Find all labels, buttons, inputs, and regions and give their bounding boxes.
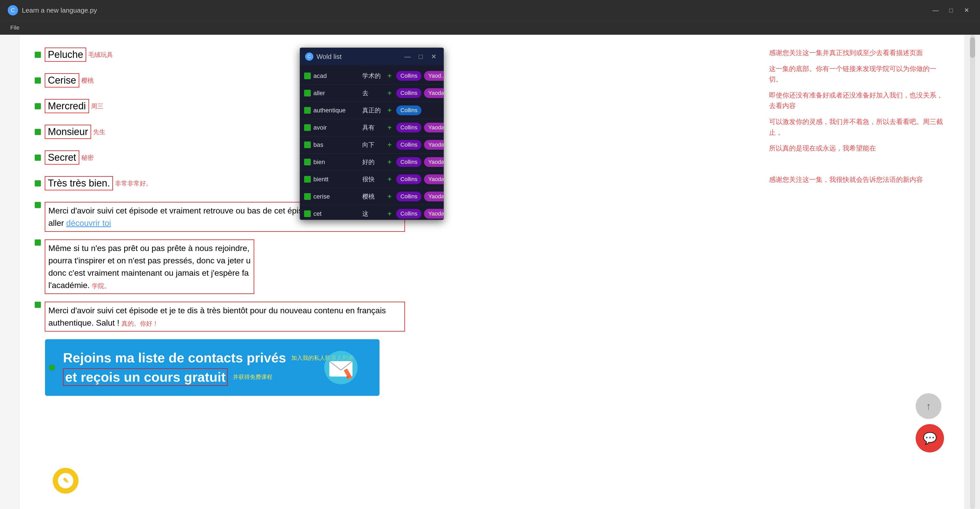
- chinese-monsieur: 先生: [93, 128, 105, 136]
- tag-yaodao-bientt[interactable]: Yaoda...: [424, 174, 444, 184]
- word-mercredi: Mercredi: [45, 99, 89, 113]
- chinese-salut: 真的。你好！: [121, 320, 159, 327]
- popup-close-button[interactable]: ✕: [429, 52, 438, 61]
- trans-4: 可以激发你的灵感，我们并不着急，所以去看看吧。周三截止，: [769, 116, 949, 138]
- word-aller: aller: [313, 89, 360, 97]
- plus-btn-bien[interactable]: +: [385, 157, 394, 167]
- chinese-acad: 学术的: [362, 72, 383, 80]
- file-menu[interactable]: File: [5, 22, 24, 34]
- tag-yaodao-bien[interactable]: Yaodao: [424, 157, 444, 167]
- chinese-cerise: 樱桃: [81, 76, 94, 84]
- plus-btn-cet[interactable]: +: [385, 209, 394, 218]
- tag-collins-authentique[interactable]: Collins: [396, 105, 422, 115]
- banner-subtitle-box: et reçois un cours gratuit: [63, 368, 228, 386]
- trans-2: 这一集的底部。你有一个链接来发现学院可以为你做的一切。: [769, 64, 949, 85]
- chinese-authentique: 真正的: [362, 106, 383, 115]
- green-dot: [35, 302, 41, 308]
- banner-green-dot: [49, 364, 55, 371]
- word-row-cet: cet 这 + Collins Yaodao: [300, 205, 444, 220]
- row-dot: [304, 124, 311, 131]
- plus-btn-acad[interactable]: +: [385, 71, 394, 81]
- row-dot: [304, 193, 311, 200]
- tag-collins-bas[interactable]: Collins: [396, 140, 422, 150]
- green-dot: [35, 202, 41, 208]
- word-acad: acad: [313, 72, 360, 80]
- word-avoir: avoir: [313, 124, 360, 131]
- word-row-bientt: bientt 很快 + Collins Yaoda...: [300, 171, 444, 188]
- green-dot: [35, 239, 41, 246]
- popup-app-icon: C: [305, 52, 313, 61]
- maximize-button[interactable]: □: [945, 5, 957, 16]
- close-button[interactable]: ✕: [961, 5, 972, 16]
- word-cerise: Cerise: [45, 73, 79, 87]
- tag-collins-acad[interactable]: Collins: [396, 71, 422, 81]
- paragraph-box-2: Même si tu n'es pas prêt ou pas prête à …: [45, 239, 254, 294]
- green-dot: [35, 103, 41, 109]
- green-dot: [35, 154, 41, 161]
- row-dot: [304, 210, 311, 217]
- tag-collins-bien[interactable]: Collins: [396, 157, 422, 167]
- scrollbar-thumb[interactable]: [970, 37, 975, 58]
- word-bien: Très très bien.: [45, 176, 113, 190]
- chat-button[interactable]: 💬: [916, 424, 944, 452]
- word-secret: Secret: [45, 151, 79, 165]
- tag-collins-cet[interactable]: Collins: [396, 209, 422, 219]
- popup-minimize-button[interactable]: —: [403, 52, 412, 61]
- row-dot: [304, 159, 311, 165]
- word-row-aller: aller 去 + Collins Yaodao: [300, 84, 444, 102]
- tag-collins-avoir[interactable]: Collins: [396, 122, 422, 132]
- right-sidebar-scrollbar: [964, 35, 980, 509]
- tag-collins-bientt[interactable]: Collins: [396, 174, 422, 184]
- link-decouvrir[interactable]: découvrir toi: [66, 218, 111, 227]
- chinese-bientt: 很快: [362, 175, 383, 183]
- tag-yaodao-cet[interactable]: Yaodao: [424, 209, 444, 219]
- chinese-bien: 好的: [362, 158, 383, 166]
- banner-text: Rejoins ma liste de contacts privés 加入我的…: [58, 349, 353, 386]
- plus-btn-bientt[interactable]: +: [385, 175, 394, 184]
- tag-yaodao-aller[interactable]: Yaodao: [424, 88, 444, 98]
- tag-collins-aller[interactable]: Collins: [396, 88, 422, 98]
- word-row-bien: bien 好的 + Collins Yaodao: [300, 154, 444, 171]
- popup-restore-button[interactable]: □: [416, 52, 425, 61]
- plus-btn-avoir[interactable]: +: [385, 123, 394, 132]
- tag-yaodao-bas[interactable]: Yaodao: [424, 140, 444, 150]
- paragraph-3: Merci d'avoir suivi cet épisode et je te…: [35, 302, 949, 331]
- word-row-bas: bas 向下 + Collins Yaodao: [300, 136, 444, 154]
- plus-btn-aller[interactable]: +: [385, 89, 394, 98]
- trans-5: 所以真的是现在或永远，我希望能在: [769, 143, 949, 154]
- word-row-avoir: avoir 具有 + Collins Yaodao: [300, 119, 444, 136]
- row-dot: [304, 176, 311, 183]
- yellow-circle: ✎: [53, 468, 78, 493]
- trans-6: 感谢您关注这一集，我很快就会告诉您法语的新内容: [769, 174, 949, 185]
- minimize-button[interactable]: —: [930, 5, 942, 16]
- chinese-cet: 这: [362, 210, 383, 218]
- word-monsieur: Monsieur: [45, 125, 91, 139]
- tag-yaodao-cerise[interactable]: Yaoda...: [424, 192, 444, 201]
- plus-btn-authentique[interactable]: +: [385, 106, 394, 115]
- content-area: Peluche 毛绒玩具 Cerise 樱桃 Mercredi 周三 Monsi…: [19, 35, 964, 509]
- main-content: Peluche 毛绒玩具 Cerise 樱桃 Mercredi 周三 Monsi…: [0, 35, 980, 509]
- word-row-cerise: cerise 樱桃 + Collins Yaoda...: [300, 188, 444, 205]
- window-controls: — □ ✕: [930, 5, 972, 16]
- chinese-bas: 向下: [362, 141, 383, 149]
- yellow-circle-inner: ✎: [58, 473, 73, 488]
- tag-yaodao-avoir[interactable]: Yaodao: [424, 122, 444, 132]
- popup-title: C Wold list: [305, 52, 342, 61]
- word-row-acad: acad 学术的 + Collins Yaod...: [300, 67, 444, 84]
- scroll-up-button[interactable]: ↑: [916, 393, 942, 419]
- right-translations: 感谢您关注这一集并真正找到或至少去看看描述页面 这一集的底部。你有一个链接来发现…: [769, 35, 949, 190]
- tag-collins-cerise[interactable]: Collins: [396, 192, 422, 201]
- popup-title-bar: C Wold list — □ ✕: [300, 48, 444, 65]
- plus-btn-cerise[interactable]: +: [385, 192, 394, 201]
- word-list-popup: C Wold list — □ ✕ acad 学术的 + Collins Ya: [300, 48, 444, 220]
- word-bien: bien: [313, 158, 360, 165]
- word-cet: cet: [313, 210, 360, 217]
- chinese-cerise-row: 樱桃: [362, 192, 383, 200]
- row-dot: [304, 142, 311, 148]
- green-dot: [35, 180, 41, 186]
- plus-btn-bas[interactable]: +: [385, 140, 394, 150]
- tag-yaodao-acad[interactable]: Yaod...: [424, 71, 444, 81]
- chinese-aller: 去: [362, 89, 383, 97]
- word-bas: bas: [313, 141, 360, 148]
- word-row-authentique: authentique 真正的 + Collins: [300, 102, 444, 119]
